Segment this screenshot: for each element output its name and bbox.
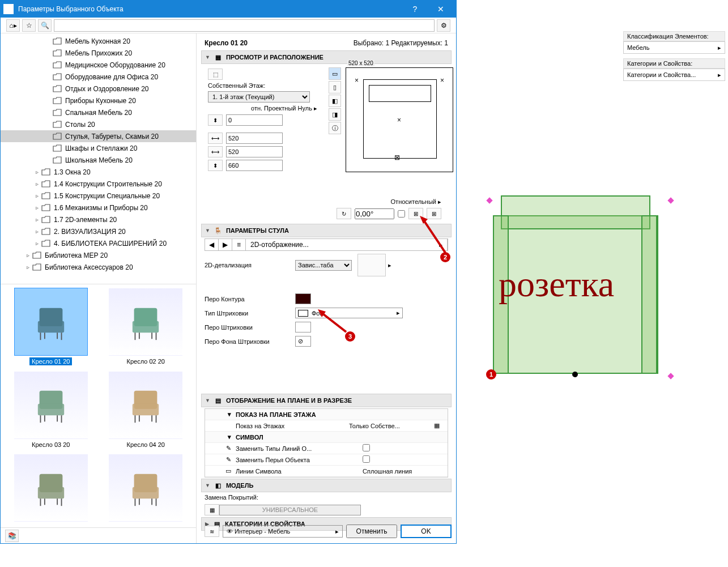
app-icon — [3, 4, 14, 14]
tree-item[interactable]: ▹1.5 Конструкции Специальные 20 — [1, 190, 196, 202]
tree-item[interactable]: ▹1.4 Конструкции Строительные 20 — [1, 178, 196, 190]
tree-item-label: 1.3 Окна 20 — [54, 168, 91, 176]
hatch-bg-pen-control[interactable]: ⊘ — [295, 336, 311, 347]
home-story-select[interactable]: 1. 1-й этаж (Текущий) — [208, 91, 310, 103]
tree-item[interactable]: Медицинское Оборудование 20 — [1, 59, 196, 71]
thumbnail-item[interactable]: Кресло 02 20 — [101, 288, 191, 368]
dim-z-input[interactable] — [226, 160, 283, 171]
nav-expand-button[interactable]: ▸ — [434, 239, 448, 250]
preview-3d-icon[interactable]: ◧ — [329, 95, 341, 107]
layer-combo[interactable]: 👁 Интерьер - Мебель▸ — [223, 525, 343, 538]
dim-y-input[interactable] — [226, 146, 283, 157]
thumbnail-item[interactable] — [6, 454, 96, 524]
tree-item[interactable]: Оборудование для Офиса 20 — [1, 71, 196, 83]
tree-item[interactable]: Мебель Кухонная 20 — [1, 35, 196, 47]
tree-item[interactable]: ▹Библиотека MEP 20 — [1, 249, 196, 261]
favorites-button[interactable]: ☆ — [22, 19, 36, 32]
universal-surface-button[interactable]: УНИВЕРСАЛЬНОЕ — [219, 505, 361, 515]
library-tree[interactable]: Мебель Кухонная 20Мебель Прихожих 20Меди… — [1, 33, 196, 284]
elevation-icon[interactable]: ⬚ — [208, 69, 223, 80]
detail-select[interactable]: Завис...таба — [295, 260, 352, 271]
object-settings-dialog: Параметры Выбранного Объекта ? ✕ ⌂▸ ☆ 🔍 … — [0, 0, 457, 544]
preview-color-icon[interactable]: ◨ — [329, 108, 341, 121]
tree-item[interactable]: Шкафы и Стеллажи 20 — [1, 142, 196, 154]
param-page-nav[interactable]: ◀ ▶ ≡ 2D-отображение... ▸ — [205, 238, 448, 251]
section-view-position[interactable]: ▼▦ ПРОСМОТР И РАСПОЛОЖЕНИЕ — [201, 50, 452, 64]
rotation-icon[interactable]: ↻ — [337, 208, 351, 219]
categories-value[interactable]: Категории и Свойства... ▸ — [623, 69, 725, 81]
help-button[interactable]: ? — [402, 1, 428, 18]
classification-header: Классификация Элементов: — [623, 31, 725, 41]
dim-x-input[interactable] — [226, 133, 283, 144]
svg-rect-1 — [38, 321, 64, 332]
tree-item[interactable]: ▹4. БИБЛИОТЕКА РАСШИРЕНИЙ 20 — [1, 237, 196, 249]
thumbnail-item[interactable]: Кресло 03 20 — [6, 371, 96, 451]
tree-item[interactable]: Школьная Мебель 20 — [1, 154, 196, 166]
tree-item-label: Библиотека MEP 20 — [45, 251, 108, 259]
classification-value[interactable]: Мебель ▸ — [623, 41, 725, 54]
override-linetypes-check[interactable] — [363, 444, 370, 451]
tree-item[interactable]: Приборы Кухонные 20 — [1, 95, 196, 106]
nav-list-icon[interactable]: ≡ — [232, 239, 246, 250]
mirror-y-icon[interactable]: ⊠ — [427, 208, 441, 219]
library-manager-icon[interactable]: 📚 — [5, 530, 19, 542]
tree-item[interactable]: Мебель Прихожих 20 — [1, 47, 196, 59]
settings-gear-icon[interactable]: ⚙ — [437, 19, 450, 32]
section-model[interactable]: ▼◧ МОДЕЛЬ — [201, 479, 452, 492]
search-input[interactable] — [54, 19, 435, 32]
preview-2d-icon[interactable]: ▭ — [329, 67, 341, 80]
svg-rect-25 — [38, 487, 64, 498]
selection-handle[interactable] — [572, 372, 578, 377]
nav-prev-button[interactable]: ◀ — [205, 239, 219, 250]
hatch-pen-control[interactable] — [295, 322, 311, 332]
hatch-type-label: Тип Штриховки — [205, 310, 295, 317]
tree-item[interactable]: Столы 20 — [1, 118, 196, 130]
nav-next-button[interactable]: ▶ — [219, 239, 232, 250]
preview-viewport[interactable]: 520 x 520 × × × ⊠ — [346, 67, 453, 172]
tree-item-label: Спальная Мебель 20 — [65, 109, 132, 117]
thumbnail-item[interactable] — [101, 454, 191, 524]
tree-item[interactable]: Отдых и Оздоровление 20 — [1, 83, 196, 95]
tree-mode-button[interactable]: ⌂▸ — [6, 19, 20, 32]
contour-pen-control[interactable] — [295, 293, 311, 304]
callout-badge-3: 3 — [345, 331, 355, 342]
object-name: Кресло 01 20 — [205, 39, 248, 47]
thumbnail-label: Кресло 04 20 — [125, 441, 167, 449]
tree-item[interactable]: Стулья, Табуреты, Скамьи 20 — [1, 130, 196, 142]
mirror-x-icon[interactable]: ⊠ — [408, 208, 423, 219]
project-zero-input[interactable] — [226, 114, 283, 126]
thumbnail-label: Кресло 01 20 — [29, 357, 72, 365]
surface-icon[interactable]: ▦ — [205, 504, 219, 515]
thumbnail-item[interactable]: Кресло 01 20 — [6, 288, 96, 368]
mirror-check[interactable] — [398, 210, 405, 218]
tree-item[interactable]: ▹1.7 2D-элементы 20 — [1, 214, 196, 225]
dialog-titlebar[interactable]: Параметры Выбранного Объекта ? ✕ — [1, 1, 456, 18]
layer-icon[interactable]: ≋ — [205, 526, 219, 537]
drawing-canvas[interactable]: розетка 1 — [459, 108, 728, 567]
tree-item[interactable]: ▹Библиотека Аксессуаров 20 — [1, 261, 196, 273]
tree-item[interactable]: ▹1.6 Механизмы и Приборы 20 — [1, 202, 196, 214]
tree-item[interactable]: ▹1.3 Окна 20 — [1, 166, 196, 178]
tree-item-label: Оборудование для Офиса 20 — [65, 73, 158, 81]
plan-display-table[interactable]: ▾ПОКАЗ НА ПЛАНЕ ЭТАЖА Показ на ЭтажахТол… — [205, 408, 448, 478]
detail-preview-icon[interactable] — [357, 254, 386, 276]
tree-item-label: Столы 20 — [65, 121, 95, 129]
tree-item[interactable]: Спальная Мебель 20 — [1, 106, 196, 118]
folder-icon — [41, 240, 50, 248]
ok-button[interactable]: OK — [401, 525, 452, 538]
section-plan-display[interactable]: ▼▤ ОТОБРАЖЕНИЕ НА ПЛАНЕ И В РАЗРЕЗЕ — [201, 394, 452, 407]
hatch-type-control[interactable]: Фон▸ — [295, 308, 403, 318]
rotation-input[interactable] — [355, 208, 394, 219]
search-icon[interactable]: 🔍 — [38, 19, 52, 32]
home-story-label: Собственный Этаж: — [208, 82, 276, 89]
section-chair-params[interactable]: ▼🪑 ПАРАМЕТРЫ СТУЛА — [201, 224, 452, 237]
override-pens-check[interactable] — [363, 455, 370, 463]
tree-item[interactable]: ▹2. ВИЗУАЛИЗАЦИЯ 20 — [1, 225, 196, 237]
thumbnail-grid[interactable]: Кресло 01 20Кресло 02 20Кресло 03 20Крес… — [1, 284, 196, 527]
close-button[interactable]: ✕ — [428, 1, 453, 18]
cancel-button[interactable]: Отменить — [346, 525, 397, 538]
nav-page-label: 2D-отображение... — [246, 239, 434, 250]
preview-info-icon[interactable]: ⓘ — [329, 122, 341, 134]
thumbnail-item[interactable]: Кресло 04 20 — [101, 371, 191, 451]
preview-elev-icon[interactable]: ▯ — [329, 81, 341, 93]
